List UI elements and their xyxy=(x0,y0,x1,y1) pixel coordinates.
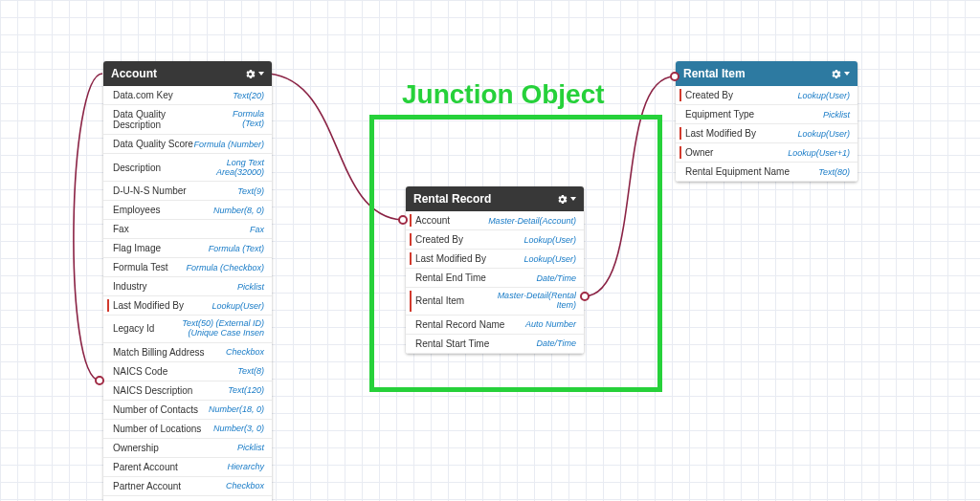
field-type: Lookup(User) xyxy=(212,301,264,311)
rental-item-header[interactable]: Rental Item xyxy=(676,61,858,86)
field-type: Text(120) xyxy=(228,385,264,395)
field-label: Ownership xyxy=(113,443,159,453)
field-label: Description xyxy=(113,163,161,173)
field-label: Owner xyxy=(685,147,713,158)
account-header[interactable]: Account xyxy=(103,61,272,86)
field-type: Formula (Number) xyxy=(193,140,264,149)
field-row[interactable]: FaxFax xyxy=(103,220,272,239)
field-row[interactable]: PhonePhone xyxy=(103,496,272,501)
field-row[interactable]: NAICS CodeText(8) xyxy=(103,362,272,381)
field-type: Master-Detail(Rental Item) xyxy=(488,292,576,311)
field-row[interactable]: Number of LocationsNumber(3, 0) xyxy=(103,420,272,439)
field-label: Rental Record Name xyxy=(415,319,504,330)
field-type: Number(18, 0) xyxy=(209,404,264,414)
field-label: Equipment Type xyxy=(685,109,754,120)
field-label: Created By xyxy=(685,90,733,100)
field-label: Created By xyxy=(415,234,463,245)
rental-record-header[interactable]: Rental Record xyxy=(406,186,584,211)
field-row[interactable]: Number of ContactsNumber(18, 0) xyxy=(103,401,272,420)
field-row[interactable]: Rental Record NameAuto Number xyxy=(406,316,584,335)
field-type: Date/Time xyxy=(537,273,576,283)
field-row[interactable]: OwnershipPicklist xyxy=(103,439,272,458)
field-type: Lookup(User) xyxy=(523,235,576,245)
gear-icon[interactable] xyxy=(244,68,264,80)
field-label: Data Quality Score xyxy=(113,139,193,149)
field-label: Fax xyxy=(113,224,129,234)
field-row[interactable]: Data Quality DescriptionFormula (Text) xyxy=(103,105,272,135)
field-row[interactable]: NAICS DescriptionText(120) xyxy=(103,381,272,401)
field-type: Date/Time xyxy=(537,338,576,348)
field-row[interactable]: Match Billing AddressCheckbox xyxy=(103,343,272,362)
field-type: Number(3, 0) xyxy=(213,424,264,433)
field-row[interactable]: Formula TestFormula (Checkbox) xyxy=(103,258,272,277)
account-title: Account xyxy=(111,67,157,80)
field-type: Auto Number xyxy=(525,319,576,329)
field-row[interactable]: Rental Equipment NameText(80) xyxy=(676,163,858,182)
field-row[interactable]: Last Modified ByLookup(User) xyxy=(406,250,584,269)
field-type: Checkbox xyxy=(226,347,264,357)
connection-port xyxy=(580,292,590,301)
gear-icon[interactable] xyxy=(556,193,576,206)
rental-record-object-panel[interactable]: Rental Record AccountMaster-Detail(Accou… xyxy=(406,186,584,354)
account-object-panel[interactable]: Account Data.com KeyText(20)Data Quality… xyxy=(103,61,272,501)
field-type: Text(8) xyxy=(237,366,264,376)
junction-label: Junction Object xyxy=(402,79,605,110)
rental-item-object-panel[interactable]: Rental Item Created ByLookup(User)Equipm… xyxy=(676,61,858,182)
field-row[interactable]: Created ByLookup(User) xyxy=(406,230,584,250)
field-label: Number of Contacts xyxy=(113,404,198,415)
schema-canvas[interactable]: Junction Object Account Data.com KeyText… xyxy=(0,0,980,501)
field-row[interactable]: OwnerLookup(User+1) xyxy=(676,143,858,163)
field-label: Number of Locations xyxy=(113,424,201,434)
field-label: Flag Image xyxy=(113,243,161,253)
field-row[interactable]: EmployeesNumber(8, 0) xyxy=(103,201,272,220)
field-row[interactable]: D-U-N-S NumberText(9) xyxy=(103,182,272,201)
field-row[interactable]: Flag ImageFormula (Text) xyxy=(103,239,272,258)
field-row[interactable]: Equipment TypePicklist xyxy=(676,105,858,124)
rental-item-title: Rental Item xyxy=(683,67,746,80)
field-row[interactable]: Last Modified ByLookup(User) xyxy=(676,124,858,143)
field-row[interactable]: Legacy IdText(50) (External ID) (Unique … xyxy=(103,316,272,343)
field-row[interactable]: IndustryPicklist xyxy=(103,277,272,296)
field-label: NAICS Description xyxy=(113,385,192,396)
field-row[interactable]: Data Quality ScoreFormula (Number) xyxy=(103,135,272,154)
field-label: D-U-N-S Number xyxy=(113,185,187,196)
gear-icon[interactable] xyxy=(830,68,850,80)
field-label: Rental End Time xyxy=(415,272,486,283)
field-label: Industry xyxy=(113,281,147,292)
field-label: Last Modified By xyxy=(685,128,756,139)
field-label: Last Modified By xyxy=(113,300,184,311)
field-type: Picklist xyxy=(237,443,264,452)
field-label: Parent Account xyxy=(113,462,178,472)
field-row[interactable]: Last Modified ByLookup(User) xyxy=(103,296,272,316)
field-type: Text(20) xyxy=(233,91,264,100)
field-type: Lookup(User+1) xyxy=(788,148,850,158)
field-row[interactable]: AccountMaster-Detail(Account) xyxy=(406,211,584,230)
field-type: Fax xyxy=(250,225,264,234)
field-row[interactable]: Rental ItemMaster-Detail(Rental Item) xyxy=(406,288,584,316)
field-type: Hierarchy xyxy=(227,462,264,471)
field-row[interactable]: Created ByLookup(User) xyxy=(676,86,858,105)
field-row[interactable]: Parent AccountHierarchy xyxy=(103,458,272,477)
field-label: Rental Start Time xyxy=(415,338,489,349)
field-label: Data.com Key xyxy=(113,90,173,100)
field-label: Rental Equipment Name xyxy=(685,166,790,177)
field-label: Rental Item xyxy=(415,295,464,306)
field-row[interactable]: DescriptionLong Text Area(32000) xyxy=(103,154,272,182)
field-row[interactable]: Partner AccountCheckbox xyxy=(103,477,272,496)
field-type: Text(50) (External ID) (Unique Case Inse… xyxy=(181,319,264,338)
field-label: NAICS Code xyxy=(113,366,167,377)
field-type: Checkbox xyxy=(226,481,264,490)
field-row[interactable]: Rental Start TimeDate/Time xyxy=(406,335,584,354)
field-label: Partner Account xyxy=(113,481,181,491)
field-label: Account xyxy=(415,215,450,226)
field-label: Last Modified By xyxy=(415,253,486,264)
field-type: Lookup(User) xyxy=(523,254,576,264)
field-type: Lookup(User) xyxy=(797,91,850,100)
field-label: Legacy Id xyxy=(113,323,154,334)
field-type: Text(9) xyxy=(237,186,264,196)
field-label: Data Quality Description xyxy=(113,109,212,130)
connection-port xyxy=(670,72,679,81)
field-row[interactable]: Rental End TimeDate/Time xyxy=(406,269,584,288)
field-row[interactable]: Data.com KeyText(20) xyxy=(103,86,272,105)
field-type: Text(80) xyxy=(818,167,850,177)
